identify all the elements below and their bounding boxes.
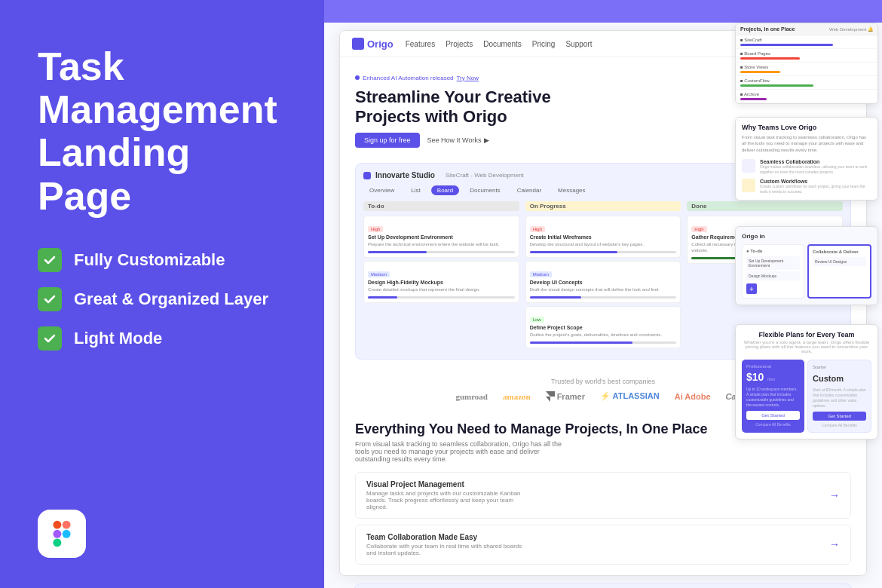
nav-documents[interactable]: Documents [483, 40, 522, 48]
play-icon: ▶ [484, 136, 489, 144]
nav-features[interactable]: Features [406, 40, 435, 48]
feature-card-2-arrow[interactable]: → [829, 538, 840, 550]
card-progress-bar [368, 251, 515, 253]
card-title: Define Project Scope [530, 325, 677, 330]
kanban-project: SiteCraft - Web Development [446, 172, 524, 179]
svg-rect-1 [63, 521, 71, 529]
top-strip [324, 0, 882, 23]
svg-rect-2 [53, 530, 61, 538]
card-tag: Medium [530, 271, 552, 277]
svg-marker-5 [546, 391, 555, 397]
feature-card-1-title: Visual Project Management [366, 480, 532, 488]
card-tag: High [368, 226, 383, 232]
feature-text-1: Fully Customizable [74, 250, 225, 270]
card-desc: Create detailed mockups that represent t… [368, 287, 515, 293]
kanban-card: High Set Up Development Environment Prep… [363, 216, 519, 258]
hero-badge: Enhanced AI Automation released Try Now [355, 75, 479, 81]
bottom-section: Innovarte Studio · SiteCraft - Web Devel… [339, 583, 867, 588]
feature-list: Fully Customizable Great & Organized Lay… [38, 248, 286, 351]
kanban-workspace: Innovarte Studio [375, 171, 435, 179]
hero-badge-link[interactable]: Try Now [457, 75, 479, 81]
hero-badge-dot [355, 75, 360, 80]
card-desc: Outline the project's goals, deliverable… [530, 332, 677, 338]
kanban-tabs: Overview List Board Documents Calendar M… [363, 185, 843, 195]
card-title: Create Initial Wireframes [530, 234, 677, 240]
kanban-logo [363, 172, 371, 179]
card-title: Develop UI Concepts [530, 280, 677, 285]
nav-support[interactable]: Support [565, 40, 592, 48]
hero-title: Streamline Your Creative Projects with O… [355, 87, 566, 127]
svg-marker-6 [546, 397, 550, 402]
feature-card-2-title: Team Collaboration Made Easy [366, 533, 532, 541]
browser-mockup: Origo Features Projects Documents Pricin… [339, 30, 867, 576]
kanban-preview: Innovarte Studio SiteCraft - Web Develop… [355, 163, 851, 359]
features-title: Everything You Need to Manage Projects, … [355, 421, 851, 437]
hero-primary-button[interactable]: Sign up for free [355, 133, 420, 148]
feature-card-2-content: Team Collaboration Made Easy Collaborate… [366, 533, 532, 556]
nav-cta-button[interactable]: Sign Up for Free [789, 37, 854, 51]
card-progress-bar [368, 296, 515, 299]
trusted-label: Trusted by world's best companies [355, 378, 851, 385]
card-title: Gather Requirements [691, 234, 838, 240]
check-badge-3 [38, 326, 62, 351]
nav-logo-dot [352, 38, 364, 50]
nav-projects[interactable]: Projects [446, 40, 473, 48]
tab-messages[interactable]: Messages [552, 185, 591, 195]
card-progress-bar [530, 251, 677, 253]
nav-signin[interactable]: Sign In [754, 40, 777, 48]
col-header-progress: On Progress [525, 201, 681, 211]
hero-badge-text: Enhanced AI Automation released [363, 75, 454, 81]
hero-secondary-button[interactable]: See How It Works ▶ [427, 133, 490, 148]
tab-list[interactable]: List [405, 185, 426, 195]
logo-atlassian: ⚡ ATLASSIAN [600, 391, 660, 401]
logo-row: gumroad amazon Framer ⚡ ATLASSIAN Ai Ado… [355, 391, 851, 402]
features-desc: From visual task tracking to seamless co… [355, 440, 566, 463]
svg-rect-3 [53, 538, 61, 547]
scroll-content[interactable]: Origo Features Projects Documents Pricin… [324, 23, 882, 588]
logo-canva: Canva [726, 392, 751, 401]
svg-point-4 [63, 530, 71, 538]
card-desc: Prepare the technical environment where … [368, 242, 515, 248]
card-desc: Draft the visual design concepts that wi… [530, 287, 677, 293]
hero-section: Enhanced AI Automation released Try Now … [340, 57, 866, 163]
nav-pricing[interactable]: Pricing [532, 40, 556, 48]
tab-documents[interactable]: Documents [464, 185, 506, 195]
logo-adobe: Ai Adobe [675, 392, 711, 401]
kanban-card: High Create Initial Wireframes Develop t… [525, 216, 681, 258]
logo-amazon: amazon [503, 392, 531, 401]
tab-board[interactable]: Board [431, 185, 459, 195]
kanban-header: Innovarte Studio SiteCraft - Web Develop… [363, 171, 843, 179]
figma-logo [38, 510, 86, 558]
kanban-columns: To-do High Set Up Development Environmen… [363, 201, 843, 351]
feature-text-3: Light Mode [74, 329, 162, 348]
kanban-card: Low Define Project Scope Outline the pro… [525, 306, 681, 348]
feature-card-1-arrow[interactable]: → [829, 489, 840, 501]
tab-overview[interactable]: Overview [363, 185, 400, 195]
col-header-done: Done [687, 201, 843, 211]
bottom-kanban: Innovarte Studio · SiteCraft - Web Devel… [354, 583, 852, 588]
nav-logo: Origo [352, 38, 394, 50]
page-title: Task Management Landing Page [38, 45, 286, 218]
logo-framer: Framer [546, 391, 585, 402]
nav-logo-text: Origo [367, 38, 394, 50]
kanban-card: Medium Develop UI Concepts Draft the vis… [525, 261, 681, 303]
feature-item-2: Great & Organized Layer [38, 287, 286, 311]
feature-cards: Visual Project Management Manage tasks a… [355, 472, 851, 565]
right-panel: Origo Features Projects Documents Pricin… [324, 0, 882, 588]
hero-secondary-label: See How It Works [427, 136, 482, 144]
trusted-section: Trusted by world's best companies gumroa… [340, 369, 866, 411]
feature-item-3: Light Mode [38, 326, 286, 351]
left-panel: Task Management Landing Page Fully Custo… [0, 0, 324, 588]
kanban-col-todo: To-do High Set Up Development Environmen… [363, 201, 519, 351]
feature-card-1-content: Visual Project Management Manage tasks a… [366, 480, 532, 510]
nav-links: Features Projects Documents Pricing Supp… [406, 40, 593, 48]
feature-text-2: Great & Organized Layer [74, 289, 268, 309]
hero-buttons: Sign up for free See How It Works ▶ [355, 133, 851, 148]
tab-calendar[interactable]: Calendar [511, 185, 547, 195]
card-tag: High [530, 226, 545, 232]
card-tag: High [691, 226, 706, 232]
card-title: Set Up Development Environment [368, 234, 515, 240]
feature-card-2-desc: Collaborate with your team in real time … [366, 543, 532, 556]
card-desc: Collect all necessary information, asset… [691, 242, 838, 254]
card-progress-bar [530, 296, 677, 299]
